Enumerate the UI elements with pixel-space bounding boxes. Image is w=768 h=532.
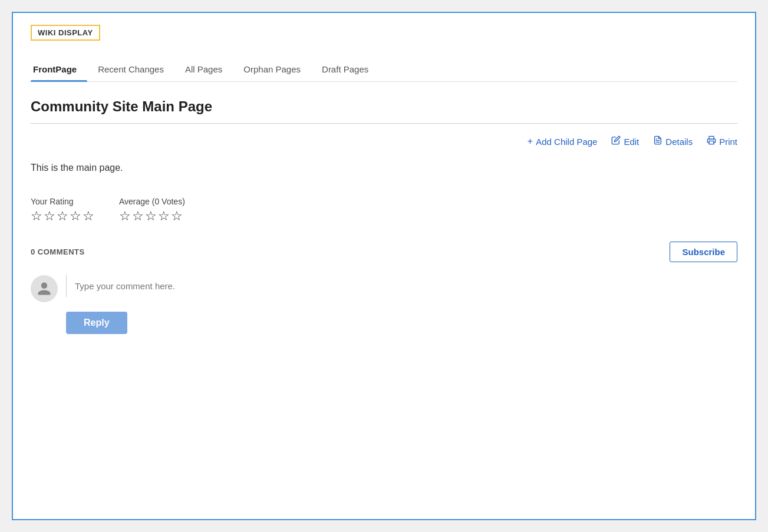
your-rating-stars[interactable]: ☆☆☆☆☆ bbox=[31, 209, 95, 224]
avg-rating-group: Average (0 Votes) ☆☆☆☆☆ bbox=[119, 197, 185, 224]
print-label: Print bbox=[719, 137, 737, 147]
comment-input[interactable] bbox=[66, 275, 737, 297]
comments-header: 0 COMMENTS Subscribe bbox=[31, 242, 737, 262]
edit-button[interactable]: Edit bbox=[611, 136, 639, 147]
wiki-badge: WIKI DISPLAY bbox=[31, 25, 100, 41]
tab-frontpage[interactable]: FrontPage bbox=[31, 58, 87, 81]
print-icon bbox=[707, 136, 716, 147]
action-bar: + Add Child Page Edit bbox=[31, 136, 737, 147]
plus-icon: + bbox=[528, 136, 533, 147]
reply-button[interactable]: Reply bbox=[66, 312, 127, 334]
your-rating-group: Your Rating ☆☆☆☆☆ bbox=[31, 197, 95, 224]
details-icon bbox=[653, 136, 662, 147]
user-icon bbox=[37, 281, 52, 296]
edit-label: Edit bbox=[624, 137, 639, 147]
tabs-bar: FrontPage Recent Changes All Pages Orpha… bbox=[31, 58, 737, 82]
your-rating-label: Your Rating bbox=[31, 197, 95, 206]
comments-count: 0 COMMENTS bbox=[31, 247, 85, 256]
comment-input-row bbox=[31, 275, 737, 302]
tab-orphan-pages[interactable]: Orphan Pages bbox=[233, 58, 311, 81]
avg-rating-label: Average (0 Votes) bbox=[119, 197, 185, 206]
add-child-label: Add Child Page bbox=[536, 137, 597, 147]
print-button[interactable]: Print bbox=[707, 136, 737, 147]
avg-rating-stars: ☆☆☆☆☆ bbox=[119, 209, 185, 224]
edit-icon bbox=[611, 136, 621, 147]
rating-section: Your Rating ☆☆☆☆☆ Average (0 Votes) ☆☆☆☆… bbox=[31, 197, 737, 224]
title-divider bbox=[31, 123, 737, 124]
details-label: Details bbox=[665, 137, 693, 147]
subscribe-button[interactable]: Subscribe bbox=[670, 242, 737, 262]
add-child-page-button[interactable]: + Add Child Page bbox=[528, 136, 598, 147]
wiki-display-frame: WIKI DISPLAY FrontPage Recent Changes Al… bbox=[12, 12, 756, 520]
tab-draft-pages[interactable]: Draft Pages bbox=[311, 58, 379, 81]
page-content: This is the main page. bbox=[31, 163, 737, 173]
tab-recent-changes[interactable]: Recent Changes bbox=[87, 58, 174, 81]
page-title: Community Site Main Page bbox=[31, 98, 737, 115]
tab-all-pages[interactable]: All Pages bbox=[174, 58, 233, 81]
svg-rect-2 bbox=[709, 141, 714, 144]
avatar bbox=[31, 275, 58, 302]
details-button[interactable]: Details bbox=[653, 136, 693, 147]
